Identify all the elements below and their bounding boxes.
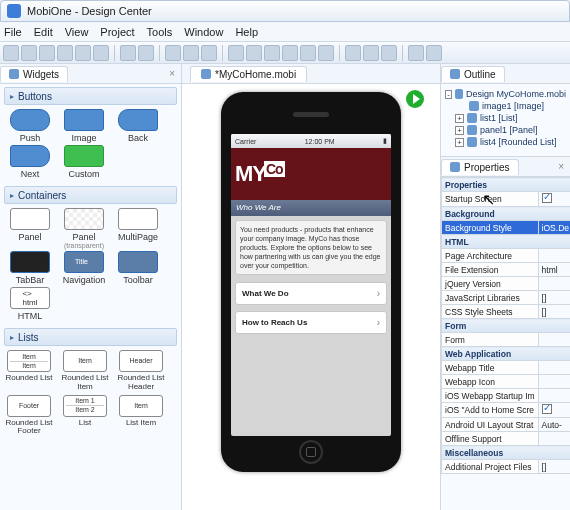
toolbar-button[interactable] xyxy=(75,45,91,61)
property-row[interactable]: File Extensionhtml xyxy=(442,263,571,277)
section-containers[interactable]: Containers xyxy=(4,186,177,204)
toolbar-button[interactable] xyxy=(318,45,334,61)
widget-panel-transparent[interactable]: Panel(transparent) xyxy=(58,208,110,249)
logo-banner[interactable]: MYCo xyxy=(231,148,391,200)
properties-tab-label: Properties xyxy=(464,162,510,173)
toolbar-button[interactable] xyxy=(93,45,109,61)
properties-table: PropertiesStartup ScreenBackgroundBackgr… xyxy=(441,177,570,474)
property-row[interactable]: Webapp Title xyxy=(442,361,571,375)
toolbar-button[interactable] xyxy=(408,45,424,61)
phone-screen[interactable]: Carrier 12:00 PM ▮ MYCo Who We Are You n… xyxy=(231,134,391,436)
property-row[interactable]: Android UI Layout StratAuto- xyxy=(442,418,571,432)
widget-list[interactable]: Item 1Item 2List xyxy=(60,395,110,437)
properties-tab[interactable]: Properties xyxy=(441,159,519,175)
widget-list-item[interactable]: ItemList Item xyxy=(116,395,166,437)
outline-tab[interactable]: Outline xyxy=(441,66,505,82)
toolbar-button[interactable] xyxy=(3,45,19,61)
toolbar-button[interactable] xyxy=(39,45,55,61)
toolbar-button[interactable] xyxy=(165,45,181,61)
menu-file[interactable]: File xyxy=(4,26,22,38)
battery-icon: ▮ xyxy=(383,137,387,145)
checkbox-icon[interactable] xyxy=(542,404,552,414)
section-lists[interactable]: Lists xyxy=(4,328,177,346)
toolbar-button[interactable] xyxy=(183,45,199,61)
property-row[interactable]: Startup Screen xyxy=(442,192,571,207)
toolbar-button[interactable] xyxy=(246,45,262,61)
widget-push-button[interactable]: Push xyxy=(4,109,56,143)
widget-multipage[interactable]: MultiPage xyxy=(112,208,164,249)
widget-rounded-list-item[interactable]: ItemRounded List Item xyxy=(60,350,110,392)
property-category: Background xyxy=(442,207,571,221)
toolbar-button[interactable] xyxy=(282,45,298,61)
property-row[interactable]: Form xyxy=(442,333,571,347)
widgets-tab[interactable]: Widgets xyxy=(0,66,68,82)
description-panel[interactable]: You need products - products that enhanc… xyxy=(235,220,387,275)
outline-node[interactable]: +list1 [List] xyxy=(445,112,566,124)
run-button[interactable] xyxy=(406,90,424,108)
link-how-to-reach-us[interactable]: How to Reach Us xyxy=(235,311,387,334)
node-icon xyxy=(467,137,477,147)
properties-panel: Properties × PropertiesStartup ScreenBac… xyxy=(441,157,570,510)
toolbar-button[interactable] xyxy=(300,45,316,61)
design-canvas: *MyCoHome.mobi Carrier 12:00 PM ▮ MYCo W… xyxy=(182,64,440,510)
widget-next-button[interactable]: Next xyxy=(4,145,56,179)
property-row[interactable]: Webapp Icon xyxy=(442,375,571,389)
widget-navigation[interactable]: Navigation xyxy=(58,251,110,285)
toolbar-button[interactable] xyxy=(345,45,361,61)
property-row[interactable]: Page Architecture xyxy=(442,249,571,263)
outline-tab-label: Outline xyxy=(464,69,496,80)
phone-frame: Carrier 12:00 PM ▮ MYCo Who We Are You n… xyxy=(221,92,401,472)
widgets-icon xyxy=(9,69,19,79)
title-bar: MobiOne - Design Center xyxy=(0,0,570,22)
subheader[interactable]: Who We Are xyxy=(231,200,391,216)
widget-rounded-list-footer[interactable]: FooterRounded List Footer xyxy=(4,395,54,437)
toolbar-button[interactable] xyxy=(138,45,154,61)
property-row[interactable]: Offline Support xyxy=(442,432,571,446)
outline-node[interactable]: image1 [Image] xyxy=(445,100,566,112)
checkbox-icon[interactable] xyxy=(542,193,552,203)
toolbar-button[interactable] xyxy=(201,45,217,61)
toolbar-button[interactable] xyxy=(426,45,442,61)
menu-help[interactable]: Help xyxy=(235,26,258,38)
widget-rounded-list[interactable]: ItemItemRounded List xyxy=(4,350,54,392)
property-row[interactable]: iOS Webapp Startup Im xyxy=(442,389,571,403)
property-row[interactable]: JavaScript Libraries[] xyxy=(442,291,571,305)
property-category: Form xyxy=(442,319,571,333)
canvas-tab[interactable]: *MyCoHome.mobi xyxy=(190,66,307,82)
outline-node[interactable]: -Design MyCoHome.mobi xyxy=(445,88,566,100)
widget-image-button[interactable]: Image xyxy=(58,109,110,143)
property-row[interactable]: Background StyleiOS.De xyxy=(442,221,571,235)
menu-view[interactable]: View xyxy=(65,26,89,38)
right-panels: Outline -Design MyCoHome.mobiimage1 [Ima… xyxy=(440,64,570,510)
toolbar-button[interactable] xyxy=(363,45,379,61)
file-icon xyxy=(201,69,211,79)
close-icon[interactable]: × xyxy=(558,161,564,172)
widget-panel[interactable]: Panel xyxy=(4,208,56,249)
widget-back-button[interactable]: Back xyxy=(112,109,164,143)
widget-html[interactable]: <>htmlHTML xyxy=(4,287,56,321)
property-category: Miscellaneous xyxy=(442,446,571,460)
toolbar-button[interactable] xyxy=(228,45,244,61)
toolbar-button[interactable] xyxy=(120,45,136,61)
link-what-we-do[interactable]: What We Do xyxy=(235,282,387,305)
widget-tabbar[interactable]: TabBar xyxy=(4,251,56,285)
property-row[interactable]: Additional Project Files[] xyxy=(442,460,571,474)
menu-edit[interactable]: Edit xyxy=(34,26,53,38)
property-row[interactable]: iOS "Add to Home Scre xyxy=(442,403,571,418)
property-row[interactable]: jQuery Version xyxy=(442,277,571,291)
toolbar-button[interactable] xyxy=(264,45,280,61)
section-buttons[interactable]: Buttons xyxy=(4,87,177,105)
outline-node[interactable]: +list4 [Rounded List] xyxy=(445,136,566,148)
property-row[interactable]: CSS Style Sheets[] xyxy=(442,305,571,319)
menu-tools[interactable]: Tools xyxy=(147,26,173,38)
widget-rounded-list-header[interactable]: HeaderRounded List Header xyxy=(116,350,166,392)
outline-node[interactable]: +panel1 [Panel] xyxy=(445,124,566,136)
widget-toolbar[interactable]: Toolbar xyxy=(112,251,164,285)
close-icon[interactable]: × xyxy=(169,68,175,79)
menu-window[interactable]: Window xyxy=(184,26,223,38)
toolbar-button[interactable] xyxy=(57,45,73,61)
toolbar-button[interactable] xyxy=(381,45,397,61)
menu-project[interactable]: Project xyxy=(100,26,134,38)
widget-custom-button[interactable]: Custom xyxy=(58,145,110,179)
toolbar-button[interactable] xyxy=(21,45,37,61)
